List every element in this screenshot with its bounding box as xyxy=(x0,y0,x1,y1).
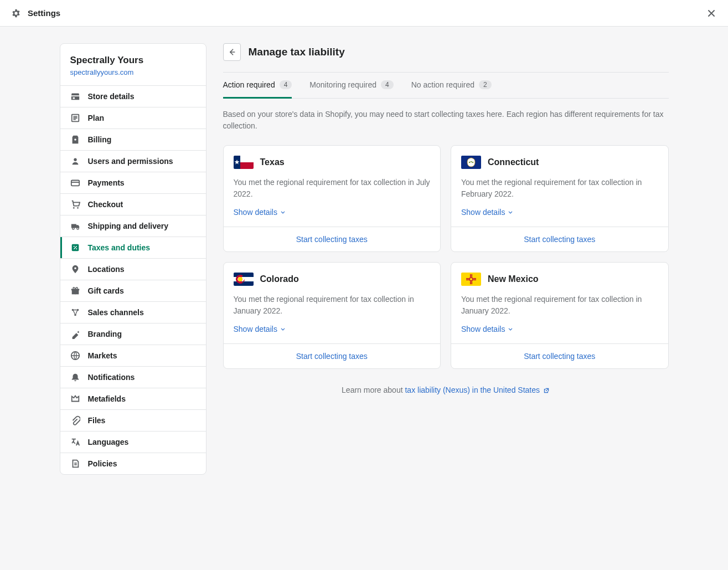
tab-label: No action required xyxy=(411,80,474,89)
region-status-text: You met the regional requirement for tax… xyxy=(461,294,658,317)
region-card-new-mexico: New Mexico You met the regional requirem… xyxy=(451,262,669,369)
show-details-toggle[interactable]: Show details xyxy=(461,208,514,217)
show-details-label: Show details xyxy=(234,325,277,333)
region-status-text: You met the regional requirement for tax… xyxy=(234,294,431,317)
region-card-texas: Texas You met the regional requirement f… xyxy=(223,145,441,252)
region-name: Connecticut xyxy=(488,157,539,167)
percent-icon xyxy=(70,243,80,253)
pin-icon xyxy=(70,264,80,274)
sidebar-item-branding[interactable]: Branding xyxy=(60,323,206,345)
show-details-toggle[interactable]: Show details xyxy=(234,208,286,217)
tab-count-badge: 2 xyxy=(479,80,492,89)
lang-icon xyxy=(70,437,80,447)
start-collecting-button[interactable]: Start collecting taxes xyxy=(451,227,668,251)
sidebar-item-billing[interactable]: Billing xyxy=(60,129,206,150)
tab-monitoring-required[interactable]: Monitoring required4 xyxy=(309,73,393,99)
tab-count-badge: 4 xyxy=(280,80,292,89)
sidebar-item-checkout[interactable]: Checkout xyxy=(60,193,206,215)
sidebar-item-users-and-permissions[interactable]: Users and permissions xyxy=(60,150,206,172)
truck-icon xyxy=(70,221,80,231)
nav-label: Users and permissions xyxy=(88,157,173,166)
tab-action-required[interactable]: Action required4 xyxy=(223,73,292,99)
show-details-toggle[interactable]: Show details xyxy=(234,325,286,333)
chevron-down-icon xyxy=(280,326,286,332)
store-name: Spectrally Yours xyxy=(70,55,196,66)
learn-prefix: Learn more about xyxy=(342,386,405,394)
sidebar-item-shipping-and-delivery[interactable]: Shipping and delivery xyxy=(60,215,206,237)
flag-newmexico-icon xyxy=(461,273,481,286)
tab-label: Monitoring required xyxy=(309,80,376,89)
sidebar-item-store-details[interactable]: Store details xyxy=(60,85,206,107)
nav-label: Store details xyxy=(88,92,135,101)
billing-icon xyxy=(70,135,80,145)
nav-label: Sales channels xyxy=(88,308,144,317)
tab-label: Action required xyxy=(223,80,275,89)
sidebar-item-notifications[interactable]: Notifications xyxy=(60,366,206,388)
region-cards: Texas You met the regional requirement f… xyxy=(223,145,669,369)
start-collecting-button[interactable]: Start collecting taxes xyxy=(451,343,668,368)
sidebar-item-sales-channels[interactable]: Sales channels xyxy=(60,301,206,323)
settings-sidebar: Spectrally Yours spectrallyyours.com Sto… xyxy=(60,43,206,475)
nav-label: Shipping and delivery xyxy=(88,222,168,230)
sidebar-item-markets[interactable]: Markets xyxy=(60,345,206,366)
sidebar-item-languages[interactable]: Languages xyxy=(60,431,206,453)
external-link-icon xyxy=(543,387,550,394)
nav-label: Languages xyxy=(88,438,129,446)
region-name: Colorado xyxy=(260,274,299,284)
nav-label: Files xyxy=(88,416,106,425)
main-content: Manage tax liability Action required4Mon… xyxy=(223,43,669,394)
close-button[interactable] xyxy=(706,8,717,19)
sidebar-item-metafields[interactable]: Metafields xyxy=(60,388,206,409)
chevron-down-icon xyxy=(507,326,514,332)
region-name: Texas xyxy=(260,157,285,167)
nav-label: Gift cards xyxy=(88,286,124,295)
flag-connecticut-icon xyxy=(461,156,481,169)
channels-icon xyxy=(70,307,80,317)
show-details-toggle[interactable]: Show details xyxy=(461,325,514,333)
nav-label: Markets xyxy=(88,351,117,360)
cart-icon xyxy=(70,199,80,209)
topbar: Settings xyxy=(0,0,728,27)
show-details-label: Show details xyxy=(461,208,505,217)
region-name: New Mexico xyxy=(488,274,539,284)
region-status-text: You met the regional requirement for tax… xyxy=(461,177,658,200)
nav-label: Billing xyxy=(88,135,112,144)
region-card-colorado: Colorado You met the regional requiremen… xyxy=(223,262,441,369)
sidebar-item-files[interactable]: Files xyxy=(60,409,206,431)
metafields-icon xyxy=(70,394,80,404)
learn-link[interactable]: tax liability (Nexus) in the United Stat… xyxy=(405,386,540,394)
bell-icon xyxy=(70,372,80,382)
back-button[interactable] xyxy=(223,43,241,61)
payments-icon xyxy=(70,178,80,188)
show-details-label: Show details xyxy=(461,325,505,333)
gift-icon xyxy=(70,286,80,296)
settings-nav: Store detailsPlanBillingUsers and permis… xyxy=(60,85,206,474)
start-collecting-button[interactable]: Start collecting taxes xyxy=(224,343,441,368)
sidebar-item-payments[interactable]: Payments xyxy=(60,172,206,193)
sidebar-item-policies[interactable]: Policies xyxy=(60,453,206,474)
store-url[interactable]: spectrallyyours.com xyxy=(70,68,196,76)
topbar-title: Settings xyxy=(28,8,60,18)
flag-colorado-icon xyxy=(234,273,254,286)
tabs: Action required4Monitoring required4No a… xyxy=(223,73,669,99)
flag-texas-icon xyxy=(234,156,254,169)
tab-count-badge: 4 xyxy=(381,80,394,89)
nav-label: Checkout xyxy=(88,200,123,209)
learn-more: Learn more about tax liability (Nexus) i… xyxy=(223,386,669,394)
show-details-label: Show details xyxy=(234,208,277,217)
policy-icon xyxy=(70,459,80,469)
region-status-text: You met the regional requirement for tax… xyxy=(234,177,431,200)
chevron-down-icon xyxy=(280,209,286,215)
sidebar-item-taxes-and-duties[interactable]: Taxes and duties xyxy=(60,237,206,258)
nav-label: Metafields xyxy=(88,394,126,403)
nav-label: Locations xyxy=(88,265,125,274)
start-collecting-button[interactable]: Start collecting taxes xyxy=(224,227,441,251)
user-icon xyxy=(70,156,80,166)
nav-label: Taxes and duties xyxy=(88,243,151,252)
sidebar-item-gift-cards[interactable]: Gift cards xyxy=(60,280,206,301)
globe-icon xyxy=(70,351,80,361)
nav-label: Payments xyxy=(88,178,125,187)
tab-no-action-required[interactable]: No action required2 xyxy=(411,73,492,99)
sidebar-item-locations[interactable]: Locations xyxy=(60,258,206,280)
sidebar-item-plan[interactable]: Plan xyxy=(60,107,206,129)
